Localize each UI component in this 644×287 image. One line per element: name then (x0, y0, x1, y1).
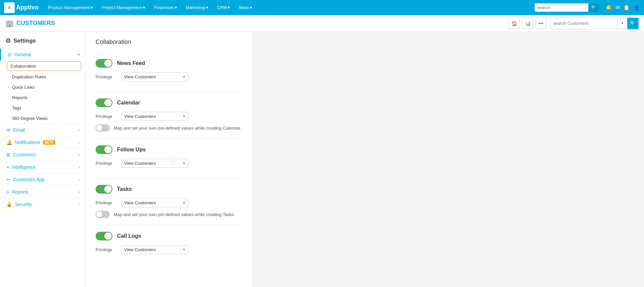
follow-ups-privilege-row: Privilege View Customers ▾ (96, 159, 241, 168)
news-feed-header: News Feed (96, 59, 241, 68)
calendar-title: Calendar (117, 100, 140, 106)
section-call-logs: Call Logs Privilege View Customers ▾ (96, 225, 241, 264)
section-tasks: Tasks Privilege View Customers ▾ Map and… (96, 178, 241, 225)
calendar-map-text: Map and set your own pre-defined values … (114, 126, 241, 131)
call-logs-privilege-row: Privilege View Customers ▾ (96, 245, 241, 254)
sidebar-item-duplication-rules[interactable]: Duplication Rules (0, 72, 85, 82)
follow-ups-privilege-select[interactable]: View Customers ▾ (121, 159, 188, 168)
sidebar-collapse-button[interactable]: ‹ (169, 156, 176, 163)
general-chevron-icon: ▾ (78, 52, 80, 57)
sidebar-item-intelligence[interactable]: ≡ Intelligence › (0, 161, 85, 173)
privilege-label-0: Privilege (96, 74, 116, 79)
nav-financials[interactable]: Financials ▾ (151, 4, 180, 11)
call-logs-privilege-select[interactable]: View Customers ▾ (121, 245, 188, 254)
customers-icon: 🏢 (5, 19, 14, 27)
sidebar-item-reports-sub[interactable]: Reports (0, 92, 85, 103)
tasks-privilege-select[interactable]: View Customers ▾ (121, 198, 188, 207)
tasks-map-row: Map and set your own pre-defined values … (96, 211, 241, 218)
global-search-button[interactable]: 🔍 (588, 3, 599, 12)
search-dropdown-arrow[interactable]: ▾ (617, 18, 627, 29)
reports-chevron-icon: › (78, 190, 80, 194)
calendar-header: Calendar (96, 98, 241, 107)
tasks-map-toggle[interactable] (96, 211, 110, 218)
calendar-map-toggle[interactable] (96, 124, 110, 132)
sidebar-item-customize-app[interactable]: ✂ Customize App › (0, 173, 85, 186)
toggle-knob (104, 232, 112, 240)
global-search-input[interactable] (535, 4, 588, 11)
privilege-label-1: Privilege (96, 114, 116, 119)
section-follow-ups: Follow Ups Privilege View Customers ▾ (96, 139, 241, 178)
main-content: Collaboration News Feed Privilege View C… (86, 32, 252, 287)
privilege-dropdown-arrow-2: ▾ (183, 161, 185, 165)
sidebar-item-general[interactable]: ⊟ General ▾ (0, 49, 85, 61)
customize-chevron-icon: › (78, 177, 80, 182)
nav-product-management[interactable]: Product Management ▾ (45, 4, 96, 11)
sidebar-title: Settings (13, 38, 36, 44)
nav-more[interactable]: More ▾ (236, 4, 255, 11)
sidebar-header: ⚙ Settings (0, 32, 85, 49)
sidebar-item-quick-links[interactable]: Quick Links (0, 82, 85, 92)
calendar-privilege-row: Privilege View Customers ▾ (96, 112, 241, 121)
privilege-label-3: Privilege (96, 200, 116, 205)
toggle-knob (104, 99, 112, 106)
messages-icon[interactable]: ✉ (615, 4, 620, 11)
calendar-privilege-select[interactable]: View Customers ▾ (121, 112, 188, 121)
sidebar-item-email[interactable]: ✉ Email › (0, 124, 85, 136)
calendar-map-row: Map and set your own pre-defined values … (96, 124, 241, 132)
email-chevron-icon: › (78, 128, 80, 132)
call-logs-toggle[interactable] (96, 232, 112, 240)
more-options-button[interactable]: ••• (535, 18, 547, 29)
chevron-down-icon: ▾ (143, 5, 145, 10)
toggle-knob (104, 146, 112, 153)
tasks-title: Tasks (117, 186, 132, 192)
sidebar-item-reports[interactable]: ≡ Reports › (0, 186, 85, 198)
news-feed-privilege-row: Privilege View Customers ▾ (96, 72, 241, 81)
user-avatar-icon[interactable]: 👤 (633, 4, 640, 11)
sidebar-item-notifications[interactable]: 🔔 Notifications BETA › (0, 136, 85, 148)
nav-crm[interactable]: CRM ▾ (214, 4, 233, 11)
settings-gear-icon: ⚙ (5, 37, 11, 45)
home-icon-button[interactable]: 🏠 (508, 18, 520, 29)
notification-bell-icon[interactable]: 🔔 (605, 4, 612, 11)
page-title: Collaboration (96, 39, 241, 46)
news-feed-toggle[interactable] (96, 59, 112, 68)
section-calendar: Calendar Privilege View Customers ▾ Map … (96, 92, 241, 139)
logo-text: Apptivo (16, 4, 39, 11)
sidebar-item-360-degree-views[interactable]: 360 Degree Views (0, 113, 85, 124)
privilege-dropdown-arrow-4: ▾ (183, 247, 185, 252)
bell-icon: 🔔 (6, 140, 12, 145)
tasks-privilege-row: Privilege View Customers ▾ (96, 198, 241, 207)
tasks-map-text: Map and set your own pre-defined values … (114, 212, 235, 217)
chart-icon-button[interactable]: 📊 (522, 18, 533, 29)
calendar-toggle[interactable] (96, 98, 112, 107)
sidebar-item-security[interactable]: 🔒 Security › (0, 198, 85, 210)
tasks-toggle[interactable] (96, 185, 112, 194)
sidebar-item-collaboration[interactable]: Collaboration (7, 61, 81, 71)
global-search: 🔍 (535, 3, 599, 12)
privilege-dropdown-arrow-0: ▾ (183, 75, 185, 79)
call-logs-title: Call Logs (117, 233, 141, 239)
customers-search-wrap: ▾ 🔍 (550, 18, 639, 29)
privilege-dropdown-arrow-3: ▾ (183, 201, 185, 205)
news-feed-privilege-select[interactable]: View Customers ▾ (121, 72, 188, 81)
chevron-down-icon: ▾ (91, 5, 93, 10)
customers-chevron-icon: › (78, 152, 80, 157)
email-icon: ✉ (6, 127, 10, 133)
inbox-icon[interactable]: 📋 (623, 4, 630, 11)
nav-project-management[interactable]: Project Management ▾ (99, 4, 148, 11)
nav-marketing[interactable]: Marketing ▾ (183, 4, 211, 11)
toggle-knob (104, 60, 112, 67)
call-logs-header: Call Logs (96, 232, 241, 240)
customers-search-button[interactable]: 🔍 (627, 18, 639, 29)
news-feed-title: News Feed (117, 60, 145, 66)
chevron-down-icon: ▾ (175, 5, 177, 10)
sidebar-item-customers[interactable]: ⊞ Customers › (0, 148, 85, 161)
app-logo[interactable]: A Apptivo (4, 2, 39, 13)
sidebar-item-tags[interactable]: Tags (0, 103, 85, 113)
security-lock-icon: 🔒 (6, 202, 12, 207)
customers-search-input[interactable] (550, 18, 617, 29)
tasks-header: Tasks (96, 185, 241, 194)
reports-icon: ≡ (6, 189, 9, 195)
follow-ups-toggle[interactable] (96, 145, 112, 154)
general-icon: ⊟ (8, 52, 12, 57)
